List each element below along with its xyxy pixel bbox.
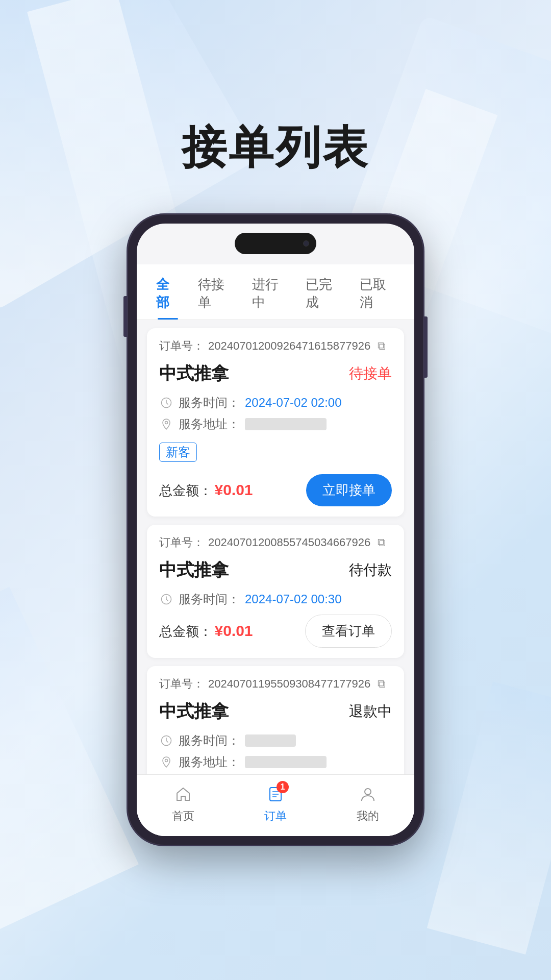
nav-profile-label: 我的 xyxy=(357,808,379,824)
bottom-nav: 首页 1 订单 xyxy=(137,774,414,836)
clock-icon-2 xyxy=(159,592,173,606)
order-label-2: 订单号： xyxy=(159,535,204,550)
dynamic-island xyxy=(235,233,316,254)
order-number-3: 20240701195509308477177926 xyxy=(208,677,370,691)
status-badge-2: 待付款 xyxy=(349,560,392,580)
tab-inprogress[interactable]: 进行中 xyxy=(243,264,296,320)
tab-pending[interactable]: 待接单 xyxy=(189,264,242,320)
service-time-label-3: 服务时间： xyxy=(179,732,240,749)
copy-icon-2[interactable]: ⧉ xyxy=(374,535,389,550)
total-amount-2: ¥0.01 xyxy=(214,622,253,639)
service-name-3: 中式推拿 xyxy=(159,700,229,723)
order-number-row-1: 订单号： 20240701200926471615877926 ⧉ xyxy=(159,338,392,354)
service-time-row-2: 服务时间： 2024-07-02 00:30 xyxy=(159,591,392,607)
nav-home[interactable]: 首页 xyxy=(137,783,229,824)
service-time-value-3 xyxy=(245,734,296,747)
total-amount-1: ¥0.01 xyxy=(214,481,253,498)
location-icon-1 xyxy=(159,417,173,431)
order-footer-2: 总金额： ¥0.01 查看订单 xyxy=(159,615,392,648)
new-customer-badge-1: 新客 xyxy=(159,437,392,467)
page-title: 接单列表 xyxy=(0,117,551,178)
service-time-value-2: 2024-07-02 00:30 xyxy=(245,592,342,606)
nav-home-label: 首页 xyxy=(172,808,194,824)
profile-icon xyxy=(357,783,379,805)
address-row-1: 服务地址： xyxy=(159,416,392,432)
phone-frame: 全部 待接单 进行中 已完成 已取消 订单号： 2024070120092647… xyxy=(128,214,423,845)
order-number-row-2: 订单号： 20240701200855745034667926 ⧉ xyxy=(159,535,392,550)
tab-all[interactable]: 全部 xyxy=(147,264,189,320)
order-card-1: 订单号： 20240701200926471615877926 ⧉ 中式推拿 待… xyxy=(147,328,404,517)
screen-content: 全部 待接单 进行中 已完成 已取消 订单号： 2024070120092647… xyxy=(137,224,414,836)
order-card-2: 订单号： 20240701200855745034667926 ⧉ 中式推拿 待… xyxy=(147,525,404,658)
order-footer-1: 总金额： ¥0.01 立即接单 xyxy=(159,474,392,506)
svg-point-1 xyxy=(165,422,168,424)
svg-point-4 xyxy=(165,760,168,762)
nav-orders[interactable]: 1 订单 xyxy=(229,783,321,824)
order-list: 订单号： 20240701200926471615877926 ⧉ 中式推拿 待… xyxy=(137,320,414,836)
svg-point-9 xyxy=(365,789,371,795)
tab-bar: 全部 待接单 进行中 已完成 已取消 xyxy=(137,264,414,320)
total-label-2: 总金额： xyxy=(159,624,212,639)
order-main-row-3: 中式推拿 退款中 xyxy=(159,700,392,723)
total-label-1: 总金额： xyxy=(159,483,212,498)
tab-completed[interactable]: 已完成 xyxy=(296,264,350,320)
service-time-row-1: 服务时间： 2024-07-02 02:00 xyxy=(159,395,392,411)
order-main-row-2: 中式推拿 待付款 xyxy=(159,558,392,582)
order-number-1: 20240701200926471615877926 xyxy=(208,339,370,353)
phone-mockup: 全部 待接单 进行中 已完成 已取消 订单号： 2024070120092647… xyxy=(128,214,423,845)
location-icon-3 xyxy=(159,755,173,769)
total-section-2: 总金额： ¥0.01 xyxy=(159,622,253,641)
address-value-1 xyxy=(245,418,327,430)
clock-icon-1 xyxy=(159,396,173,410)
service-time-row-3: 服务时间： xyxy=(159,732,392,749)
accept-button-1[interactable]: 立即接单 xyxy=(306,474,392,506)
nav-orders-label: 订单 xyxy=(264,808,287,824)
total-section-1: 总金额： ¥0.01 xyxy=(159,481,253,500)
service-name-1: 中式推拿 xyxy=(159,362,229,385)
clock-icon-3 xyxy=(159,733,173,748)
phone-screen: 全部 待接单 进行中 已完成 已取消 订单号： 2024070120092647… xyxy=(137,224,414,836)
status-badge-3: 退款中 xyxy=(349,702,392,721)
home-icon xyxy=(172,783,194,805)
copy-icon-1[interactable]: ⧉ xyxy=(374,339,389,353)
service-time-value-1: 2024-07-02 02:00 xyxy=(245,396,342,410)
address-label-1: 服务地址： xyxy=(179,416,240,432)
service-name-2: 中式推拿 xyxy=(159,558,229,582)
order-main-row-1: 中式推拿 待接单 xyxy=(159,362,392,385)
nav-profile[interactable]: 我的 xyxy=(322,783,414,824)
order-card-3: 订单号： 20240701195509308477177926 ⧉ 中式推拿 退… xyxy=(147,666,404,786)
tab-cancelled[interactable]: 已取消 xyxy=(350,264,404,320)
orders-icon: 1 xyxy=(264,783,287,805)
service-time-label-1: 服务时间： xyxy=(179,395,240,411)
status-badge-1: 待接单 xyxy=(349,364,392,383)
view-button-2[interactable]: 查看订单 xyxy=(305,615,392,648)
order-label-1: 订单号： xyxy=(159,338,204,354)
address-label-3: 服务地址： xyxy=(179,754,240,770)
order-number-2: 20240701200855745034667926 xyxy=(208,536,370,549)
order-label-3: 订单号： xyxy=(159,676,204,692)
address-value-3 xyxy=(245,756,327,768)
copy-icon-3[interactable]: ⧉ xyxy=(374,677,389,691)
address-row-3: 服务地址： xyxy=(159,754,392,770)
camera-dot xyxy=(303,240,309,247)
service-time-label-2: 服务时间： xyxy=(179,591,240,607)
order-number-row-3: 订单号： 20240701195509308477177926 ⧉ xyxy=(159,676,392,692)
orders-badge: 1 xyxy=(277,781,289,793)
